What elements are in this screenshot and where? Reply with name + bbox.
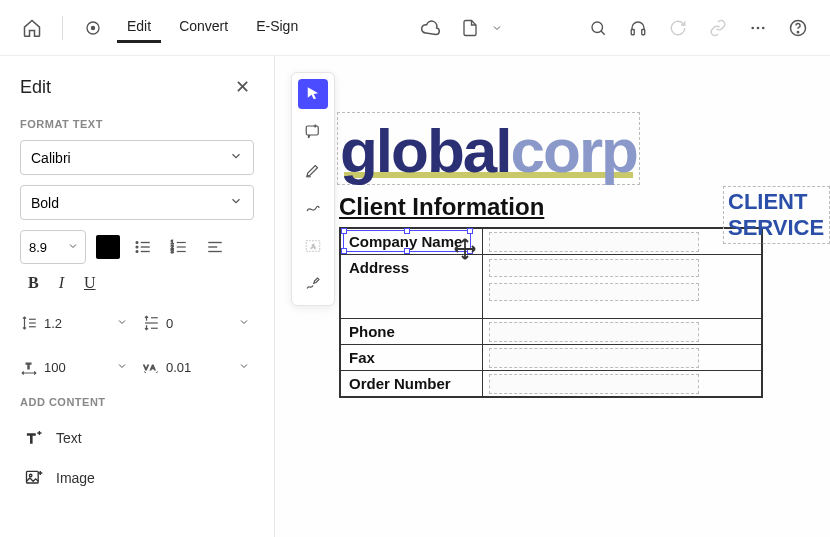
tab-esign[interactable]: E-Sign — [246, 12, 308, 43]
chevron-down-icon — [234, 358, 254, 376]
text-color-swatch[interactable] — [96, 235, 120, 259]
svg-rect-37 — [306, 126, 318, 135]
char-spacing-control[interactable]: VA 0.01 — [142, 350, 254, 384]
svg-point-36 — [29, 474, 32, 477]
text-box-tool-icon[interactable]: A — [298, 231, 328, 261]
svg-point-14 — [136, 251, 138, 253]
font-weight-dropdown[interactable]: Bold — [20, 185, 254, 220]
chevron-down-icon — [112, 314, 132, 332]
chevron-down-icon[interactable] — [61, 238, 85, 256]
row-company-label[interactable]: Company Name — [340, 228, 482, 255]
bullet-list-icon[interactable] — [130, 234, 156, 260]
help-icon[interactable] — [782, 12, 814, 44]
svg-point-6 — [757, 26, 760, 29]
headphones-icon[interactable] — [622, 12, 654, 44]
add-content-label: ADD CONTENT — [20, 396, 254, 408]
bold-button[interactable]: B — [28, 274, 39, 292]
text-icon: T — [24, 428, 44, 448]
row-phone-label[interactable]: Phone — [340, 319, 482, 345]
add-image-label: Image — [56, 470, 95, 486]
underline-button[interactable]: U — [84, 274, 96, 292]
search-icon[interactable] — [582, 12, 614, 44]
line-height-control[interactable]: 1.2 — [20, 306, 132, 340]
add-text-label: Text — [56, 430, 82, 446]
link-icon — [702, 12, 734, 44]
logo[interactable]: globalcorp — [337, 112, 640, 185]
draw-tool-icon[interactable] — [298, 193, 328, 223]
font-size-value[interactable] — [21, 240, 61, 255]
align-left-icon[interactable] — [202, 234, 228, 260]
move-cursor-icon — [453, 237, 477, 261]
font-weight-value: Bold — [31, 195, 59, 211]
svg-point-7 — [762, 26, 765, 29]
image-icon — [24, 468, 44, 488]
client-info-table: Company Name Address Phone — [339, 227, 763, 398]
svg-point-2 — [592, 22, 603, 33]
horizontal-scale-value: 100 — [44, 360, 106, 375]
document-canvas[interactable]: A globalcorp CLIENT SERVICE Client Infor… — [275, 56, 830, 537]
row-order-value[interactable] — [482, 371, 762, 398]
font-size-input[interactable] — [20, 230, 86, 264]
cloud-icon[interactable] — [414, 12, 446, 44]
top-toolbar: Edit Convert E-Sign — [0, 0, 830, 56]
horizontal-scale-icon: T — [20, 358, 38, 376]
edit-sidebar: Edit ✕ FORMAT TEXT Calibri Bold 123 — [0, 56, 275, 537]
select-tool-icon[interactable] — [298, 79, 328, 109]
row-fax-value[interactable] — [482, 345, 762, 371]
add-text-button[interactable]: T Text — [20, 418, 254, 458]
row-phone-value[interactable] — [482, 319, 762, 345]
svg-point-12 — [136, 246, 138, 248]
panel-title: Edit — [20, 77, 51, 98]
chevron-down-icon[interactable] — [488, 12, 506, 44]
char-spacing-icon: VA — [142, 358, 160, 376]
chevron-down-icon — [234, 314, 254, 332]
svg-text:T: T — [26, 362, 31, 371]
document-icon[interactable] — [454, 12, 486, 44]
row-company-value[interactable] — [482, 228, 762, 255]
logo-text-a: global — [340, 115, 511, 186]
line-height-icon — [20, 314, 38, 332]
chevron-down-icon — [229, 149, 243, 166]
tab-edit[interactable]: Edit — [117, 12, 161, 43]
font-family-value: Calibri — [31, 150, 71, 166]
more-icon[interactable] — [742, 12, 774, 44]
comment-tool-icon[interactable] — [298, 117, 328, 147]
svg-point-10 — [136, 242, 138, 244]
refresh-icon — [662, 12, 694, 44]
row-address-label[interactable]: Address — [340, 255, 482, 319]
add-image-button[interactable]: Image — [20, 458, 254, 498]
svg-rect-3 — [631, 29, 634, 34]
svg-point-5 — [751, 26, 754, 29]
logo-text-b: corp — [511, 115, 637, 186]
paragraph-spacing-icon — [142, 314, 160, 332]
svg-point-1 — [92, 26, 95, 29]
numbered-list-icon[interactable]: 123 — [166, 234, 192, 260]
horizontal-scale-control[interactable]: T 100 — [20, 350, 132, 384]
font-family-dropdown[interactable]: Calibri — [20, 140, 254, 175]
svg-text:3: 3 — [171, 248, 174, 254]
row-address-value[interactable] — [482, 255, 762, 319]
chevron-down-icon — [112, 358, 132, 376]
home-icon[interactable] — [16, 12, 48, 44]
row-order-label[interactable]: Order Number — [340, 371, 482, 398]
tab-convert[interactable]: Convert — [169, 12, 238, 43]
chevron-down-icon — [229, 194, 243, 211]
row-fax-label[interactable]: Fax — [340, 345, 482, 371]
svg-point-9 — [797, 31, 798, 32]
sign-tool-icon[interactable] — [298, 269, 328, 299]
target-icon[interactable] — [77, 12, 109, 44]
svg-rect-4 — [642, 29, 645, 34]
svg-text:A: A — [150, 363, 155, 372]
paragraph-spacing-value: 0 — [166, 316, 228, 331]
svg-text:A: A — [311, 242, 316, 251]
paragraph-spacing-control[interactable]: 0 — [142, 306, 254, 340]
highlight-tool-icon[interactable] — [298, 155, 328, 185]
floating-toolbar: A — [291, 72, 335, 306]
svg-text:V: V — [144, 363, 149, 372]
char-spacing-value: 0.01 — [166, 360, 228, 375]
close-icon[interactable]: ✕ — [231, 72, 254, 102]
svg-text:T: T — [27, 431, 35, 446]
italic-button[interactable]: I — [59, 274, 64, 292]
line-height-value: 1.2 — [44, 316, 106, 331]
format-text-label: FORMAT TEXT — [20, 118, 254, 130]
